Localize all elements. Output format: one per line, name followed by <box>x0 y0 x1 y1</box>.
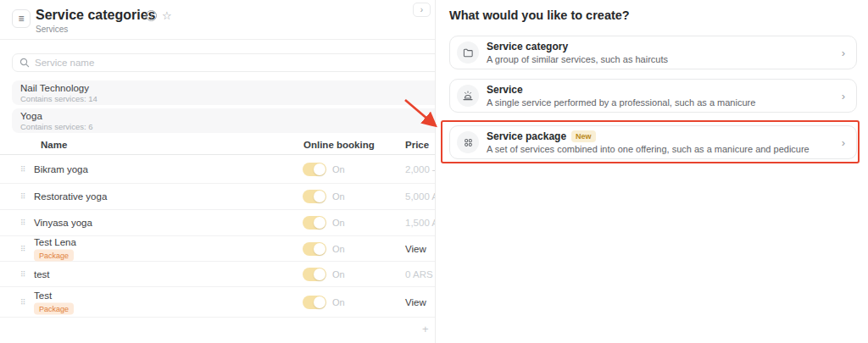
package-badge: Package <box>34 302 74 314</box>
card-text: Service A single service performed by a … <box>487 84 755 108</box>
category-name: Nail Technology <box>20 83 436 93</box>
category-name: Yoga <box>20 111 436 121</box>
card-description: A set of services combined into one offe… <box>487 144 810 154</box>
toggle-knob <box>314 296 326 308</box>
price-view-link[interactable]: View <box>405 297 426 307</box>
price-value: 2,000 – 4 <box>405 164 436 174</box>
create-service-package-card[interactable]: Service package New A set of services co… <box>449 125 857 159</box>
column-header-online-booking: Online booking <box>303 140 375 150</box>
drag-handle-icon[interactable]: ⠿ <box>20 245 25 253</box>
search-icon <box>19 58 30 68</box>
page-header: ≡ Service categories Services i ☆ › <box>0 0 435 40</box>
toggle-knob <box>314 191 326 202</box>
online-booking-toggle[interactable] <box>303 242 326 256</box>
price-view-link[interactable]: View <box>405 244 426 254</box>
online-booking-cell: On <box>303 296 345 309</box>
drag-handle-icon[interactable]: ⠿ <box>20 192 25 201</box>
service-name-cell: Test Package <box>34 290 74 314</box>
package-grid-icon <box>457 131 479 153</box>
service-name: Bikram yoga <box>34 164 88 174</box>
service-name: Vinyasa yoga <box>34 218 92 228</box>
chevron-right-icon: › <box>842 47 845 59</box>
service-name: test <box>34 269 50 279</box>
toggle-state-label: On <box>332 297 345 307</box>
online-booking-toggle[interactable] <box>303 296 326 309</box>
drag-handle-icon[interactable]: ⠿ <box>20 219 25 227</box>
search-box <box>12 53 436 72</box>
online-booking-toggle[interactable] <box>303 216 326 230</box>
card-text: Service category A group of similar serv… <box>487 41 668 64</box>
search-input[interactable] <box>35 58 357 68</box>
service-name: Test Lena <box>34 236 76 246</box>
table-row[interactable]: ⠿ Test Lena Package On View <box>0 236 436 262</box>
chevron-right-icon: › <box>842 136 845 149</box>
online-booking-cell: On <box>303 268 345 281</box>
services-table-body: ⠿ Bikram yoga On 2,000 – 4 ⠿ Restorative… <box>0 155 436 318</box>
folder-icon <box>457 41 479 64</box>
drag-handle-icon[interactable]: ⠿ <box>20 165 25 174</box>
category-row-yoga[interactable]: Yoga Contains services: 6 <box>12 108 436 133</box>
online-booking-cell: On <box>303 190 345 203</box>
service-categories-screen: ≡ Service categories Services i ☆ › Nail… <box>0 0 868 343</box>
category-service-count: Contains services: 14 <box>20 94 436 103</box>
create-service-category-card[interactable]: Service category A group of similar serv… <box>449 36 857 69</box>
card-text: Service package New A set of services co… <box>487 130 810 154</box>
hamburger-icon: ≡ <box>18 13 24 25</box>
table-header: Name Online booking Price <box>0 136 436 155</box>
price-value: 1,500 AR <box>405 218 436 228</box>
table-row[interactable]: ⠿ Vinyasa yoga On 1,500 AR <box>0 210 436 236</box>
service-name-cell: Test Lena Package <box>34 236 76 261</box>
toggle-state-label: On <box>332 191 345 202</box>
info-icon[interactable]: i <box>146 10 157 21</box>
service-categories-panel: ≡ Service categories Services i ☆ › Nail… <box>0 0 436 343</box>
online-booking-toggle[interactable] <box>303 268 326 281</box>
create-panel-heading: What would you like to create? <box>449 8 630 22</box>
chevron-right-icon: › <box>420 5 423 14</box>
category-row-nail-technology[interactable]: Nail Technology Contains services: 14 <box>12 80 436 105</box>
create-panel: What would you like to create? Service c… <box>437 0 868 343</box>
price-value: 0 ARS <box>405 269 433 279</box>
card-title: Service <box>487 84 523 96</box>
table-row[interactable]: ⠿ Restorative yoga On 5,000 AR <box>0 184 436 210</box>
title-icons: i ☆ <box>146 10 172 21</box>
online-booking-toggle[interactable] <box>303 190 326 203</box>
page-title: Service categories <box>36 8 155 23</box>
collapse-panel-button[interactable]: › <box>413 3 431 17</box>
table-row[interactable]: ⠿ Bikram yoga On 2,000 – 4 <box>0 155 436 184</box>
price-value: 5,000 AR <box>405 191 436 202</box>
star-icon[interactable]: ☆ <box>162 10 172 21</box>
toggle-knob <box>314 268 326 280</box>
service-icon <box>457 85 479 107</box>
toggle-state-label: On <box>332 269 345 279</box>
toggle-knob <box>314 163 326 175</box>
toggle-knob <box>314 217 326 229</box>
online-booking-cell: On <box>303 216 345 230</box>
chevron-right-icon: › <box>842 90 845 102</box>
new-badge: New <box>571 130 596 142</box>
table-row[interactable]: ⠿ Test Package On View <box>0 287 436 318</box>
category-service-count: Contains services: 6 <box>20 122 436 131</box>
column-header-price: Price <box>405 140 429 150</box>
plus-icon[interactable]: + <box>422 323 429 335</box>
hamburger-menu-button[interactable]: ≡ <box>12 9 31 28</box>
service-name: Restorative yoga <box>34 191 107 202</box>
card-title: Service package <box>487 130 566 142</box>
package-badge: Package <box>34 249 74 261</box>
toggle-state-label: On <box>332 244 345 254</box>
drag-handle-icon[interactable]: ⠿ <box>20 298 25 307</box>
online-booking-toggle[interactable] <box>303 163 326 176</box>
breadcrumb: Services <box>36 25 68 34</box>
drag-handle-icon[interactable]: ⠿ <box>20 270 25 279</box>
service-name: Test <box>34 290 52 300</box>
create-service-card[interactable]: Service A single service performed by a … <box>449 79 857 113</box>
card-title: Service category <box>487 41 568 53</box>
toggle-state-label: On <box>332 218 345 228</box>
column-header-name: Name <box>41 140 67 150</box>
table-row[interactable]: ⠿ test On 0 ARS <box>0 262 436 287</box>
card-description: A group of similar services, such as hai… <box>487 54 668 64</box>
toggle-state-label: On <box>332 164 345 174</box>
online-booking-cell: On <box>303 163 345 176</box>
toggle-knob <box>314 243 326 255</box>
online-booking-cell: On <box>303 242 345 256</box>
card-description: A single service performed by a professi… <box>487 97 755 108</box>
